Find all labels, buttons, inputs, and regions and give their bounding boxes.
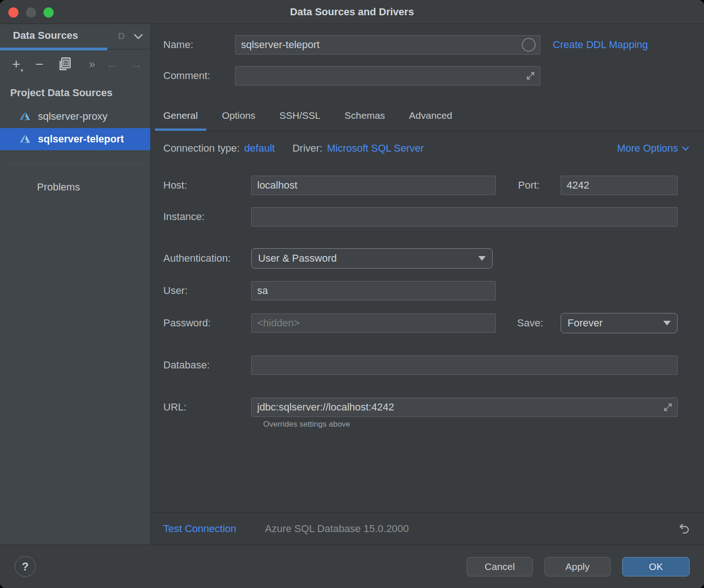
connection-type-link[interactable]: default: [244, 142, 275, 154]
name-label: Name:: [151, 39, 235, 51]
settings-tab-strip: General Options SSH/SSL Schemas Advanced: [151, 104, 704, 131]
add-data-source-button[interactable]: + ▾: [8, 56, 24, 73]
revert-changes-button[interactable]: [678, 523, 690, 535]
dropdown-arrow-icon: [663, 321, 671, 325]
ok-button[interactable]: OK: [622, 557, 690, 576]
remove-data-source-button[interactable]: −: [31, 56, 47, 73]
sidebar-divider: [9, 163, 143, 164]
title-bar: Data Sources and Drivers: [0, 0, 704, 24]
dialog-buttons: Cancel Apply OK: [467, 557, 690, 576]
sidebar-toolbar: + ▾ − » ← →: [0, 53, 150, 76]
authentication-value: User & Password: [258, 252, 337, 264]
active-tab-underline: [0, 48, 107, 50]
question-mark-icon: ?: [22, 560, 29, 573]
save-select[interactable]: Forever: [561, 313, 678, 333]
caret-down-icon: ▾: [20, 67, 23, 74]
duplicate-data-source-button[interactable]: [56, 56, 72, 73]
sidebar-item-problems[interactable]: Problems: [37, 181, 80, 193]
authentication-label: Authentication:: [151, 252, 251, 264]
traffic-lights: [8, 7, 54, 18]
password-label: Password:: [151, 317, 251, 329]
tab-general[interactable]: General: [155, 104, 206, 131]
undo-icon: [678, 523, 690, 535]
url-label: URL:: [151, 401, 251, 413]
instance-input[interactable]: [251, 207, 678, 227]
data-source-settings-panel: Name: Create DDL Mapping Comment: Genera…: [151, 24, 704, 545]
url-input[interactable]: [251, 398, 678, 417]
window-title: Data Sources and Drivers: [290, 6, 414, 18]
show-more-actions-button[interactable]: »: [85, 56, 99, 73]
chevron-down-icon[interactable]: [133, 33, 143, 40]
project-data-sources-header: Project Data Sources: [10, 87, 112, 99]
database-label: Database:: [151, 359, 251, 371]
driver-label: Driver:: [292, 142, 322, 154]
connection-type-label: Connection type:: [163, 142, 240, 154]
copy-icon: [58, 57, 71, 71]
authentication-select[interactable]: User & Password: [251, 248, 493, 269]
arrow-right-icon: →: [130, 57, 142, 72]
more-options-label: More Options: [617, 142, 678, 154]
save-value: Forever: [568, 317, 603, 329]
server-version-text: Azure SQL Database 15.0.2000: [265, 523, 409, 535]
double-chevron-right-icon: »: [89, 58, 95, 71]
database-input[interactable]: [251, 355, 678, 375]
minus-icon: −: [35, 56, 43, 72]
create-ddl-mapping-link[interactable]: Create DDL Mapping: [553, 39, 648, 51]
data-source-label: sqlserver-proxy: [38, 110, 107, 122]
user-input[interactable]: [251, 281, 496, 300]
minimize-window-button[interactable]: [26, 7, 36, 18]
apply-button[interactable]: Apply: [544, 557, 611, 576]
forward-button[interactable]: →: [129, 56, 144, 73]
comment-input[interactable]: [235, 66, 540, 86]
instance-label: Instance:: [151, 211, 251, 223]
data-source-label: sqlserver-teleport: [38, 133, 124, 145]
comment-label: Comment:: [151, 70, 235, 82]
test-connection-row: Test Connection Azure SQL Database 15.0.…: [151, 512, 704, 545]
name-input[interactable]: [235, 35, 540, 55]
dropdown-arrow-icon: [478, 256, 486, 261]
tab-drivers-truncated[interactable]: D: [118, 31, 125, 42]
data-sources-dialog: Data Sources and Drivers Data Sources D …: [0, 0, 704, 588]
sidebar-item-sqlserver-proxy[interactable]: sqlserver-proxy: [0, 105, 150, 128]
cancel-button[interactable]: Cancel: [467, 557, 533, 576]
host-label: Host:: [151, 179, 251, 191]
arrow-left-icon: ←: [106, 57, 118, 72]
tab-advanced[interactable]: Advanced: [401, 104, 460, 131]
tab-data-sources[interactable]: Data Sources: [13, 30, 78, 42]
port-input[interactable]: [561, 176, 678, 195]
azure-sql-icon: [19, 133, 31, 146]
port-label: Port:: [518, 179, 561, 191]
save-label: Save:: [517, 317, 561, 329]
driver-link[interactable]: Microsoft SQL Server: [327, 142, 424, 154]
back-button[interactable]: ←: [105, 56, 120, 73]
host-input[interactable]: [251, 176, 496, 195]
test-connection-link[interactable]: Test Connection: [163, 523, 236, 535]
sidebar-item-sqlserver-teleport[interactable]: sqlserver-teleport: [0, 128, 150, 150]
help-button[interactable]: ?: [15, 556, 36, 577]
connection-type-row: Connection type: default Driver: Microso…: [151, 141, 704, 156]
loading-spinner-icon: [522, 38, 536, 52]
tab-ssh-ssl[interactable]: SSH/SSL: [271, 104, 329, 131]
zoom-window-button[interactable]: [43, 7, 54, 18]
password-input[interactable]: [251, 313, 496, 333]
expand-icon[interactable]: [663, 402, 673, 412]
tab-schemas[interactable]: Schemas: [336, 104, 394, 131]
sidebar-tab-strip: Data Sources D: [0, 24, 150, 49]
plus-icon: +: [12, 56, 20, 72]
azure-sql-icon: [19, 110, 31, 123]
tab-options[interactable]: Options: [214, 104, 264, 131]
user-label: User:: [151, 285, 251, 297]
sidebar: Data Sources D + ▾ −: [0, 24, 151, 545]
chevron-down-icon: [682, 146, 689, 151]
dialog-footer: ? Cancel Apply OK: [0, 545, 704, 588]
expand-icon[interactable]: [525, 71, 536, 81]
close-window-button[interactable]: [8, 7, 19, 18]
url-hint-text: Overrides settings above: [263, 420, 350, 429]
more-options-link[interactable]: More Options: [617, 142, 689, 154]
